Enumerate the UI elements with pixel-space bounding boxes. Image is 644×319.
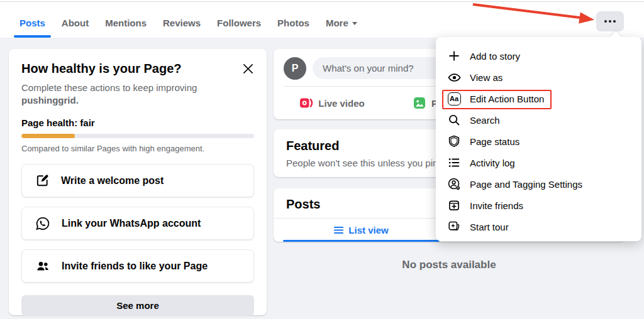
menu-item-activity-log[interactable]: Activity log	[436, 152, 641, 173]
tab-label: Followers	[217, 18, 261, 28]
list-view-icon	[334, 226, 343, 234]
tab-label: Posts	[19, 18, 45, 28]
ellipsis-icon	[609, 20, 611, 23]
whatsapp-icon	[35, 216, 50, 231]
people-icon	[35, 259, 50, 274]
live-video-icon	[299, 96, 313, 110]
tab-more[interactable]: More	[318, 8, 365, 38]
menu-item-label: Add to story	[470, 51, 520, 62]
health-progress-track	[21, 134, 254, 138]
tab-followers[interactable]: Followers	[209, 8, 269, 38]
tab-label: Mentions	[105, 18, 147, 28]
live-video-button[interactable]: Live video	[274, 87, 391, 119]
tab-label: About	[62, 18, 89, 28]
tab-mentions[interactable]: Mentions	[97, 8, 155, 38]
close-icon[interactable]	[242, 63, 254, 75]
tour-icon	[447, 219, 462, 234]
no-posts-message: No posts available	[274, 259, 625, 271]
tab-photos[interactable]: Photos	[269, 8, 318, 38]
menu-item-add-to-story[interactable]: Add to story	[436, 45, 641, 67]
menu-item-label: Activity log	[470, 158, 515, 168]
page-tab-bar: Posts About Mentions Reviews Followers P…	[11, 8, 365, 38]
menu-item-start-tour[interactable]: Start tour	[436, 216, 641, 237]
action-label: Link your WhatsApp account	[62, 218, 201, 229]
menu-item-label: View as	[470, 72, 502, 83]
health-card-title: How healthy is your Page?	[21, 62, 182, 76]
health-progress-fill	[21, 134, 75, 138]
header-divider	[0, 1, 644, 2]
aa-icon: Aa	[447, 91, 462, 106]
link-whatsapp-button[interactable]: Link your WhatsApp account	[21, 207, 254, 240]
health-compare-note: Compared to similar Pages with high enga…	[21, 144, 254, 153]
more-options-button[interactable]	[596, 11, 624, 31]
person-gear-icon	[447, 176, 462, 192]
health-actions: Write a welcome post Link your WhatsApp …	[21, 164, 254, 283]
menu-item-view-as[interactable]: View as	[436, 67, 641, 88]
more-options-menu: Add to story View as Aa Edit Action Butt…	[436, 37, 641, 241]
action-label: Write a welcome post	[61, 175, 164, 187]
tab-reviews[interactable]: Reviews	[155, 8, 209, 38]
tab-label: Reviews	[163, 18, 201, 28]
compose-icon	[35, 173, 50, 188]
menu-item-label: Start tour	[470, 222, 509, 232]
photo-icon	[413, 96, 426, 110]
tab-about[interactable]: About	[53, 8, 97, 38]
menu-item-invite-friends[interactable]: Invite friends	[436, 195, 641, 216]
eye-icon	[447, 70, 462, 85]
menu-item-page-tagging-settings[interactable]: Page and Tagging Settings	[436, 173, 641, 195]
plus-icon	[447, 48, 462, 63]
menu-item-label: Page and Tagging Settings	[470, 179, 582, 190]
see-more-button[interactable]: See more	[21, 295, 254, 316]
page-header: Posts About Mentions Reviews Followers P…	[0, 0, 644, 38]
menu-item-label: Page status	[470, 136, 519, 147]
menu-item-label: Edit Action Button	[470, 94, 544, 104]
menu-item-label: Search	[470, 115, 500, 126]
tab-label: More	[326, 18, 348, 28]
list-view-label: List view	[348, 225, 388, 235]
ellipsis-icon	[613, 20, 616, 23]
health-card-subtitle: Complete these actions to keep improving…	[21, 82, 254, 107]
list-icon	[447, 155, 462, 170]
menu-item-search[interactable]: Search	[436, 109, 641, 131]
avatar[interactable]: P	[284, 57, 306, 80]
page-health-label: Page health: fair	[21, 117, 254, 128]
menu-item-page-status[interactable]: Page status	[436, 131, 641, 152]
tab-posts[interactable]: Posts	[11, 8, 53, 38]
chevron-down-icon	[352, 22, 357, 25]
write-welcome-post-button[interactable]: Write a welcome post	[21, 164, 254, 197]
menu-item-label: Invite friends	[470, 200, 523, 211]
page-name: pushinggrid.	[21, 95, 79, 105]
tab-label: Photos	[277, 18, 309, 28]
ellipsis-icon	[604, 20, 607, 23]
invite-icon	[447, 198, 462, 213]
list-view-tab[interactable]: List view	[274, 219, 449, 242]
invite-friends-like-button[interactable]: Invite friends to like your Page	[21, 249, 254, 283]
menu-item-edit-action-button[interactable]: Aa Edit Action Button	[436, 88, 641, 109]
shield-icon	[447, 134, 462, 149]
search-icon	[447, 112, 462, 127]
live-video-label: Live video	[318, 98, 364, 109]
action-label: Invite friends to like your Page	[62, 261, 208, 272]
page-health-card: How healthy is your Page? Complete these…	[9, 49, 267, 315]
